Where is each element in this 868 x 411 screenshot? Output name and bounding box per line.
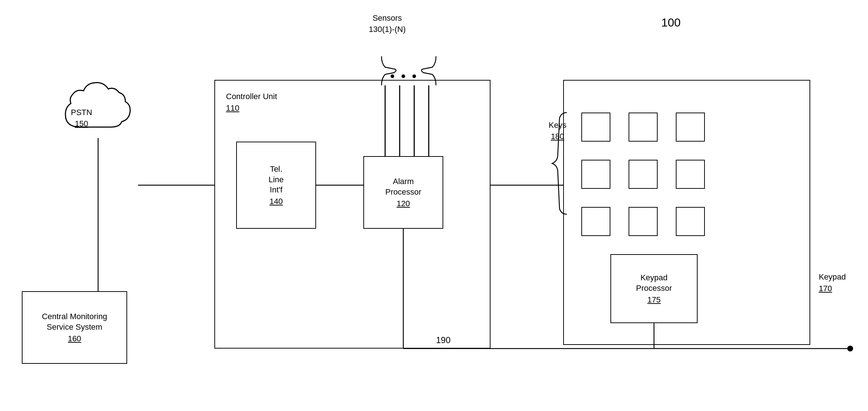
controller-unit-label: Controller Unit <box>226 91 277 102</box>
key-4 <box>581 160 610 189</box>
svg-point-7 <box>391 74 394 78</box>
alarm-processor-number: 120 <box>397 199 410 208</box>
diagram: 100 PSTN 150 Central MonitoringService S… <box>0 0 868 411</box>
svg-point-8 <box>401 74 405 78</box>
tel-line-box: Tel.LineInt'f 140 <box>236 142 316 229</box>
key-9 <box>676 207 705 236</box>
key-8 <box>629 207 658 236</box>
key-5 <box>629 160 658 189</box>
svg-point-9 <box>412 74 416 78</box>
key-6 <box>676 160 705 189</box>
central-monitoring-label: Central MonitoringService System <box>42 312 107 332</box>
keypad-processor-number: 175 <box>647 295 661 305</box>
alarm-processor-box: AlarmProcessor 120 <box>363 156 443 229</box>
keys-label: Keys 180 <box>549 120 566 142</box>
central-monitoring-number: 160 <box>68 334 81 343</box>
keypad-number: 170 <box>819 284 846 293</box>
key-7 <box>581 207 610 236</box>
pstn-label: PSTN 150 <box>71 107 92 130</box>
tel-line-label: Tel.LineInt'f <box>269 164 284 195</box>
key-3 <box>676 113 705 142</box>
key-2 <box>629 113 658 142</box>
diagram-title: 100 <box>661 15 681 31</box>
keypad-label: Keypad <box>819 272 846 282</box>
alarm-processor-label: AlarmProcessor <box>385 176 421 197</box>
pstn-cloud <box>58 73 138 138</box>
keypad-processor-label: KeypadProcessor <box>636 273 672 293</box>
keypad-processor-box: KeypadProcessor 175 <box>610 254 698 323</box>
sensors-label: Sensors 130(1)-(N) <box>369 13 405 35</box>
tel-line-number: 140 <box>270 197 283 206</box>
key-1 <box>581 113 610 142</box>
svg-point-13 <box>847 346 853 351</box>
central-monitoring-box: Central MonitoringService System 160 <box>22 291 127 364</box>
controller-unit-number: 110 <box>226 103 277 113</box>
